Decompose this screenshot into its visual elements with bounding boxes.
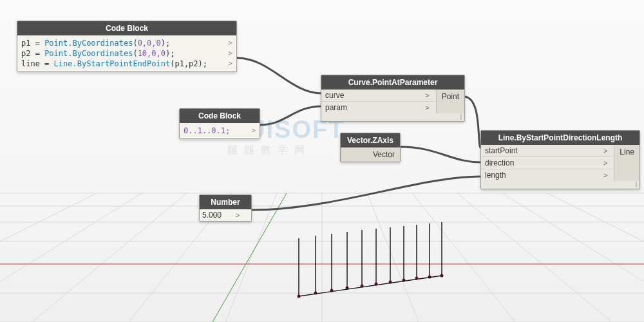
inport-startpoint[interactable]: startPoint>: [481, 145, 614, 156]
node-number[interactable]: Number >: [199, 194, 252, 222]
inport-param[interactable]: param>: [321, 101, 436, 113]
svg-point-35: [361, 285, 364, 288]
outport-vector[interactable]: Vector: [341, 147, 400, 162]
number-input[interactable]: [202, 211, 233, 220]
lacing-indicator: |: [481, 181, 639, 189]
svg-point-37: [389, 281, 392, 284]
svg-line-17: [547, 193, 644, 322]
node-header: Code Block: [180, 109, 260, 123]
node-codeblock-1[interactable]: Code Block p1 = Point.ByCoordinates(0,0,…: [17, 21, 237, 72]
node-header: Curve.PointAtParameter: [321, 75, 464, 90]
code-editor[interactable]: p1 = Point.ByCoordinates(0,0,0);p2 = Poi…: [17, 35, 236, 71]
svg-line-11: [0, 193, 142, 322]
svg-line-13: [367, 193, 419, 322]
svg-line-16: [502, 193, 644, 322]
outport-line[interactable]: Line: [614, 145, 639, 159]
outport-point[interactable]: Point: [437, 90, 464, 104]
node-header: Number: [200, 195, 251, 209]
chevron-right-icon: >: [601, 171, 610, 179]
svg-point-38: [402, 279, 406, 282]
node-header: Line.ByStartPointDirectionLength: [481, 131, 639, 145]
node-header: Code Block: [17, 21, 236, 35]
svg-line-12: [0, 193, 97, 322]
svg-point-33: [330, 289, 334, 292]
lacing-indicator: |: [321, 113, 464, 121]
chevron-right-icon: >: [422, 104, 431, 111]
svg-point-31: [298, 295, 301, 298]
svg-point-36: [375, 283, 378, 286]
code-editor[interactable]: 0..1..0.1; >: [180, 123, 260, 138]
node-point-at-parameter[interactable]: Curve.PointAtParameter curve> param> Poi…: [321, 75, 465, 122]
node-codeblock-2[interactable]: Code Block 0..1..0.1; >: [179, 108, 260, 139]
svg-point-39: [415, 277, 419, 280]
chevron-right-icon: >: [601, 159, 610, 167]
out-port-chevron[interactable]: >: [251, 126, 256, 136]
svg-line-10: [32, 193, 187, 322]
svg-point-40: [428, 276, 431, 279]
out-port-chevron[interactable]: >: [233, 211, 242, 219]
watermark-sub: 腿腿教学网: [193, 144, 345, 157]
inport-curve[interactable]: curve>: [321, 90, 436, 101]
out-port-chevron[interactable]: >: [228, 59, 232, 69]
svg-point-32: [314, 292, 317, 295]
svg-line-15: [457, 193, 612, 322]
svg-line-42: [299, 276, 442, 296]
node-header: Vector.ZAxis: [341, 133, 400, 147]
node-line-by-start-dir-len[interactable]: Line.ByStartPointDirectionLength startPo…: [480, 130, 640, 189]
svg-point-41: [440, 274, 444, 278]
svg-line-14: [412, 193, 515, 322]
out-port-chevron[interactable]: >: [228, 38, 232, 48]
chevron-right-icon: >: [422, 91, 431, 99]
chevron-right-icon: >: [601, 147, 610, 155]
inport-direction[interactable]: direction>: [481, 156, 614, 169]
inport-length[interactable]: length>: [481, 169, 614, 181]
node-vector-zaxis[interactable]: Vector.ZAxis Vector: [340, 133, 401, 162]
out-port-chevron[interactable]: >: [228, 48, 232, 59]
svg-point-34: [346, 287, 349, 290]
